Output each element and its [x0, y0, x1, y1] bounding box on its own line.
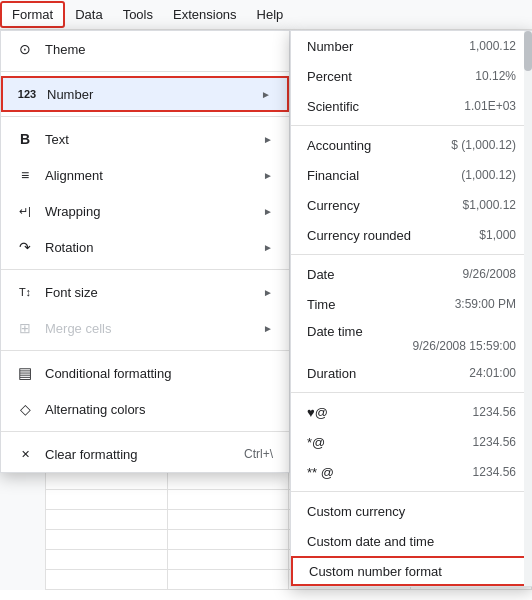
submenu-date-label: Date [307, 267, 334, 282]
menu-extensions[interactable]: Extensions [163, 3, 247, 26]
menu-item-mergecells: ⊞ Merge cells ► [1, 310, 289, 346]
submenu-duration[interactable]: Duration 24:01:00 [291, 358, 532, 388]
wrapping-icon: ↵| [13, 205, 37, 218]
submenu-percent-label: Percent [307, 69, 352, 84]
alternating-icon: ◇ [13, 401, 37, 417]
submenu-scrollbar-thumb[interactable] [524, 31, 532, 71]
conditional-icon: ▤ [13, 364, 37, 382]
submenu-currency-value: $1,000.12 [463, 198, 516, 212]
menu-item-theme[interactable]: ⊙ Theme [1, 31, 289, 67]
divider-1 [1, 71, 289, 72]
submenu-datetime-value: 9/26/2008 15:59:00 [413, 339, 516, 353]
submenu-scientific-label: Scientific [307, 99, 359, 114]
menu-item-rotation[interactable]: ↷ Rotation ► [1, 229, 289, 265]
submenu-divider-3 [291, 392, 532, 393]
fontsize-arrow-icon: ► [263, 287, 273, 298]
theme-icon: ⊙ [13, 41, 37, 57]
submenu-datetime-label: Date time [307, 324, 363, 339]
submenu-currency-rounded[interactable]: Currency rounded $1,000 [291, 220, 532, 250]
submenu-custom-number-label: Custom number format [309, 564, 514, 579]
submenu-number[interactable]: Number 1,000.12 [291, 31, 532, 61]
mergecells-label: Merge cells [45, 321, 263, 336]
text-icon: B [13, 131, 37, 147]
submenu-percent-value: 10.12% [475, 69, 516, 83]
submenu-number-label: Number [307, 39, 353, 54]
submenu-currency-label: Currency [307, 198, 360, 213]
menu-item-fontsize[interactable]: T↕ Font size ► [1, 274, 289, 310]
submenu-custom-datetime[interactable]: Custom date and time [291, 526, 532, 556]
menu-format[interactable]: Format [0, 1, 65, 28]
alternating-label: Alternating colors [45, 402, 273, 417]
menu-item-alternating[interactable]: ◇ Alternating colors [1, 391, 289, 427]
conditional-label: Conditional formatting [45, 366, 273, 381]
submenu-datetime[interactable]: Date time 9/26/2008 15:59:00 [291, 319, 532, 358]
submenu-date-value: 9/26/2008 [463, 267, 516, 281]
submenu-symbol3-value: 1234.56 [473, 465, 516, 479]
submenu-symbol1[interactable]: ♥@ 1234.56 [291, 397, 532, 427]
submenu-currency-rounded-label: Currency rounded [307, 228, 411, 243]
submenu-custom-datetime-label: Custom date and time [307, 534, 516, 549]
submenu-symbol2-label: *@ [307, 435, 325, 450]
submenu-symbol3[interactable]: ** @ 1234.56 [291, 457, 532, 487]
menu-item-wrapping[interactable]: ↵| Wrapping ► [1, 193, 289, 229]
menu-item-clear[interactable]: ✕ Clear formatting Ctrl+\ [1, 436, 289, 472]
submenu-date[interactable]: Date 9/26/2008 [291, 259, 532, 289]
submenu-symbol3-label: ** @ [307, 465, 334, 480]
submenu-time-label: Time [307, 297, 335, 312]
submenu-financial[interactable]: Financial (1,000.12) [291, 160, 532, 190]
submenu-financial-value: (1,000.12) [461, 168, 516, 182]
submenu-duration-label: Duration [307, 366, 356, 381]
submenu-custom-number[interactable]: Custom number format [291, 556, 532, 586]
submenu-financial-label: Financial [307, 168, 359, 183]
number-label: Number [47, 87, 261, 102]
submenu-duration-value: 24:01:00 [469, 366, 516, 380]
submenu-accounting[interactable]: Accounting $ (1,000.12) [291, 130, 532, 160]
rotation-arrow-icon: ► [263, 242, 273, 253]
submenu-symbol1-value: 1234.56 [473, 405, 516, 419]
submenu-scrollbar[interactable] [524, 31, 532, 586]
fontsize-label: Font size [45, 285, 263, 300]
divider-2 [1, 116, 289, 117]
divider-3 [1, 269, 289, 270]
clear-shortcut: Ctrl+\ [244, 447, 273, 461]
text-arrow-icon: ► [263, 134, 273, 145]
submenu-symbol2[interactable]: *@ 1234.56 [291, 427, 532, 457]
submenu-time[interactable]: Time 3:59:00 PM [291, 289, 532, 319]
submenu-divider-4 [291, 491, 532, 492]
number-arrow-icon: ► [261, 89, 271, 100]
alignment-label: Alignment [45, 168, 263, 183]
menu-bar: Format Data Tools Extensions Help [0, 0, 532, 30]
submenu-symbol1-label: ♥@ [307, 405, 328, 420]
menu-help[interactable]: Help [247, 3, 294, 26]
menu-item-number[interactable]: 123 Number ► [1, 76, 289, 112]
submenu-symbol2-value: 1234.56 [473, 435, 516, 449]
submenu-time-value: 3:59:00 PM [455, 297, 516, 311]
submenu-accounting-value: $ (1,000.12) [451, 138, 516, 152]
menu-item-conditional[interactable]: ▤ Conditional formatting [1, 355, 289, 391]
submenu-divider-1 [291, 125, 532, 126]
menu-tools[interactable]: Tools [113, 3, 163, 26]
menu-item-alignment[interactable]: ≡ Alignment ► [1, 157, 289, 193]
submenu-percent[interactable]: Percent 10.12% [291, 61, 532, 91]
submenu-number-value: 1,000.12 [469, 39, 516, 53]
clear-label: Clear formatting [45, 447, 244, 462]
menu-data[interactable]: Data [65, 3, 112, 26]
submenu-custom-currency-label: Custom currency [307, 504, 516, 519]
submenu-custom-currency[interactable]: Custom currency [291, 496, 532, 526]
menu-item-text[interactable]: B Text ► [1, 121, 289, 157]
text-label: Text [45, 132, 263, 147]
mergecells-arrow-icon: ► [263, 323, 273, 334]
submenu-scientific[interactable]: Scientific 1.01E+03 [291, 91, 532, 121]
alignment-icon: ≡ [13, 167, 37, 183]
submenu-currency[interactable]: Currency $1,000.12 [291, 190, 532, 220]
rotation-icon: ↷ [13, 239, 37, 255]
fontsize-icon: T↕ [13, 286, 37, 298]
wrapping-label: Wrapping [45, 204, 263, 219]
divider-5 [1, 431, 289, 432]
mergecells-icon: ⊞ [13, 320, 37, 336]
submenu-accounting-label: Accounting [307, 138, 371, 153]
submenu-currency-rounded-value: $1,000 [479, 228, 516, 242]
theme-label: Theme [45, 42, 273, 57]
format-dropdown: ⊙ Theme 123 Number ► B Text ► ≡ Alignmen… [0, 30, 290, 473]
number-icon: 123 [15, 88, 39, 100]
